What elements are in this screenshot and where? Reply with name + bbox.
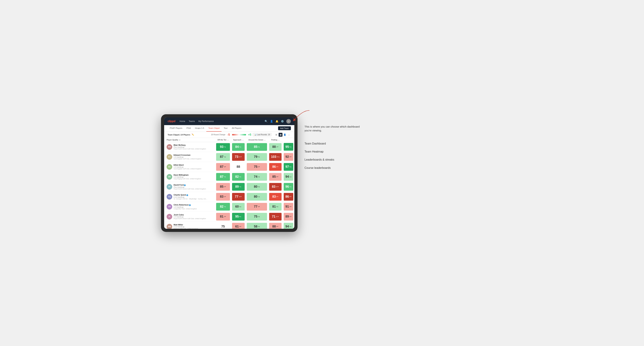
score-change: 7▲	[239, 186, 241, 187]
add-team-button[interactable]: Add Team	[278, 126, 291, 130]
data-table-container[interactable]: Player Quality ▼ Off the Tee — Approach …	[164, 138, 294, 229]
annotation-team-dashboard: Team Dashboard	[304, 140, 360, 148]
logo[interactable]: clippd	[168, 120, 175, 123]
score-box: 89 7▲	[232, 183, 245, 191]
score-cell-offTee: 84 6▲	[231, 142, 246, 152]
avatar: EC	[166, 154, 172, 160]
score-box: 61 3▼	[232, 223, 245, 229]
score-value: 87	[220, 155, 224, 159]
score-change: 11▼	[276, 216, 279, 217]
color-scale	[232, 134, 246, 135]
score-box: 77 3▼	[247, 203, 267, 211]
score-cell-aroundGreen: 85 3▼	[268, 172, 282, 182]
score-value: 75	[222, 225, 225, 228]
player-club: Craigmillar Park, United Kingdom	[174, 208, 197, 210]
player-info-cell: DB Dave Billingham 1-5 Handicap Gog Mago…	[164, 172, 215, 182]
subnav-hcaps[interactable]: Hcaps 1-5	[193, 125, 206, 132]
score-box: 73 11▼	[232, 153, 245, 161]
table-row[interactable]: EC Edward Crossman 1-5 Handicap Sunningd…	[164, 152, 294, 162]
score-box: 60 2▲	[232, 203, 245, 211]
col-header-around-green[interactable]: Around the Green —	[246, 138, 268, 142]
score-value: 96	[286, 185, 289, 188]
avatar: DB	[166, 174, 172, 180]
player-handicap: Plus Handicap	[174, 186, 206, 188]
score-value: 87	[220, 175, 224, 178]
user-icon[interactable]: 👤	[270, 120, 273, 123]
table-row[interactable]: DF David Ford✓ Plus Handicap Royal North…	[164, 182, 294, 192]
verified-badge: ✓	[189, 204, 191, 206]
nav-home[interactable]: Home	[180, 119, 185, 123]
nav-teams[interactable]: Teams	[189, 119, 195, 123]
score-value: 95	[286, 145, 289, 149]
edit-icon[interactable]: ✏️	[192, 134, 194, 136]
score-cell-playerQuality: 87 1▲	[215, 152, 231, 162]
score-cell-playerQuality: 75	[215, 222, 231, 229]
player-details: Charlie Quick✓ 6-10 Handicap St. George'…	[174, 194, 207, 200]
nav-bar: clippd Home Teams My Performance 🔍 👤 🔔 ⚙…	[164, 117, 294, 125]
player-details: Josh Coles 1-5 Handicap Royal North Devo…	[174, 214, 206, 219]
subnav-tour[interactable]: Tour	[222, 125, 230, 132]
col-header-off-tee[interactable]: Off the Tee —	[215, 138, 231, 142]
score-cell-offTee: 82 4▲	[231, 172, 246, 182]
score-cell-aroundGreen: 88 2▼	[268, 222, 282, 229]
nav-my-performance[interactable]: My Performance	[198, 119, 214, 123]
player-info-cell: DF David Ford✓ Plus Handicap Royal North…	[164, 182, 215, 192]
avatar: CQ	[166, 194, 172, 199]
score-box: 74 1▲	[247, 173, 267, 181]
avatar: DF	[166, 184, 172, 190]
player-name: Charlie Quick✓	[174, 194, 207, 196]
score-box: 58 4▲	[247, 223, 267, 229]
col-header-putting[interactable]: Putting —	[268, 138, 282, 142]
grid-view-button[interactable]: ⊞	[274, 133, 278, 137]
score-box: 83 3▼	[216, 193, 230, 201]
score-change: 9▲	[258, 156, 260, 158]
table-view-button[interactable]: ▦	[278, 133, 282, 137]
search-icon[interactable]: 🔍	[264, 120, 268, 123]
table-row[interactable]: DB Dave Billingham 1-5 Handicap Gog Mago…	[164, 172, 294, 182]
download-button[interactable]: ↓	[287, 133, 291, 137]
subnav-all-players[interactable]: All Players	[230, 125, 244, 132]
score-change: 3▼	[290, 206, 292, 207]
table-row[interactable]: EE Elliot Ebert 1-5 Handicap Sunningdale…	[164, 162, 294, 172]
score-box: 87 3▼	[216, 163, 230, 171]
col-header-player[interactable]: Player Quality ▼	[164, 138, 215, 142]
score-box: 83 10▼	[269, 183, 282, 191]
subnav-pga[interactable]: PGA	[184, 125, 193, 132]
nav-icons: 🔍 👤 🔔 ⚙️ U	[264, 119, 291, 124]
score-change: 4▲	[239, 176, 241, 177]
score-box: 95 9▲	[284, 143, 293, 151]
player-club: Gog Magog Golf Club, United Kingdom	[174, 178, 201, 180]
score-cell-aroundGreen: 88 1▼	[268, 142, 282, 152]
score-cell-playerQuality: 93 4▲	[215, 142, 231, 152]
player-club: Royal North Devon Golf Club, United King…	[174, 218, 206, 219]
score-cell-approach: 77 3▼	[246, 202, 268, 212]
subnav-pgat[interactable]: PGAT Players	[168, 125, 184, 132]
table-row[interactable]: BM Blair McHarg Plus Handicap Royal Nort…	[164, 142, 294, 152]
score-cell-putting: 94 3▲	[282, 222, 294, 229]
person-view-button[interactable]: 👤	[283, 133, 287, 137]
score-value: 87	[220, 165, 224, 169]
table-row[interactable]: JC Josh Coles 1-5 Handicap Royal North D…	[164, 212, 294, 222]
col-header-approach[interactable]: Approach —	[231, 138, 246, 142]
score-box: 84 6▲	[232, 143, 245, 151]
score-box: 79 9▲	[247, 153, 267, 161]
score-value: 94	[286, 225, 289, 228]
table-row[interactable]: MM Matt Miller 6-10 Handicap Woburn Golf…	[164, 222, 294, 229]
bell-icon[interactable]: 🔔	[276, 120, 278, 123]
score-change: 2▲	[239, 206, 241, 207]
avatar[interactable]: U	[286, 119, 291, 124]
score-value: 77	[254, 205, 258, 208]
table-row[interactable]: CR Chris Robertson✓ 1-5 Handicap Craigmi…	[164, 202, 294, 212]
score-box: 75	[216, 223, 230, 229]
last-rounds-button[interactable]: 📊 Last Rounds: 20	[253, 133, 272, 136]
score-cell-playerQuality: 87 3▼	[215, 162, 231, 172]
score-box: 77 14▼	[232, 193, 245, 201]
score-box: 94 3▲	[284, 223, 293, 229]
score-value: 86	[286, 195, 289, 198]
table-row[interactable]: CQ Charlie Quick✓ 6-10 Handicap St. Geor…	[164, 192, 294, 202]
score-cell-putting: 86 8▼	[282, 192, 294, 202]
subnav-team-clippd[interactable]: Team Clippd	[206, 125, 222, 132]
settings-icon[interactable]: ⚙️	[281, 120, 284, 123]
score-value: 74	[254, 175, 258, 178]
score-change: 15▲	[277, 156, 280, 158]
